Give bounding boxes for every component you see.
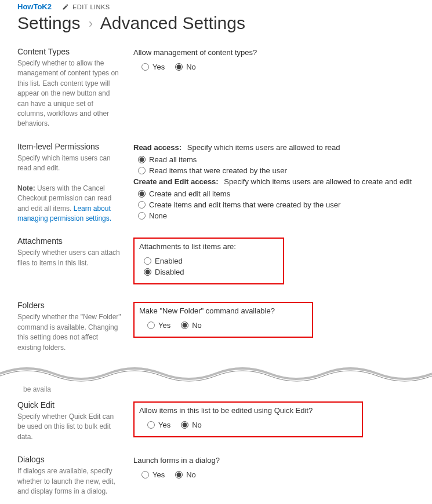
section-quick-edit: Quick Edit Specify whether Quick Edit ca… [17, 397, 415, 451]
section-attachments: Attachments Specify whether users can at… [17, 233, 415, 297]
edit-own-radio[interactable] [138, 201, 146, 209]
section-desc: Specify which items users can read and e… [17, 154, 122, 224]
section-desc: Specify whether to allow the management … [17, 59, 122, 129]
option-label: Yes [153, 470, 165, 479]
dialogs-yes-radio[interactable] [141, 471, 149, 479]
section-title: Dialogs [17, 455, 122, 464]
option-label: None [149, 211, 167, 220]
edit-none-radio[interactable] [138, 212, 146, 220]
content-types-no-option[interactable]: No [175, 63, 196, 71]
option-label: Enabled [155, 257, 183, 265]
attachments-question: Attachments to list items are: [139, 242, 278, 251]
option-label: No [186, 63, 196, 71]
read-own-option[interactable]: Read items that were created by the user [138, 166, 415, 175]
site-name-link[interactable]: HowToK2 [17, 2, 52, 11]
quick-edit-question: Allow items in this list to be edited us… [139, 406, 357, 415]
section-folders: Folders Specify whether the "New Folder"… [17, 297, 415, 362]
quick-edit-no-radio[interactable] [181, 421, 188, 429]
top-navigation: HowToK2 EDIT LINKS [0, 0, 432, 12]
section-content-types: Content Types Specify whether to allow t… [17, 43, 415, 138]
section-title: Item-level Permissions [17, 142, 122, 151]
folders-yes-option[interactable]: Yes [147, 321, 170, 330]
section-title: Attachments [17, 236, 122, 246]
dialogs-no-radio[interactable] [175, 471, 183, 479]
attachments-enabled-radio[interactable] [144, 257, 151, 265]
edit-access-header: Create and Edit access: [133, 177, 219, 186]
option-label: Yes [158, 421, 170, 429]
section-desc: Specify whether Quick Edit can be used o… [17, 412, 122, 442]
edit-links-label: EDIT LINKS [72, 3, 110, 10]
attachments-disabled-option[interactable]: Disabled [144, 268, 278, 276]
folders-question: Make "New Folder" command available? [139, 306, 307, 315]
section-item-permissions: Item-level Permissions Specify which ite… [17, 138, 415, 233]
truncated-content-stub: be availa [0, 385, 432, 397]
content-types-yes-option[interactable]: Yes [141, 63, 165, 71]
note-label: Note: [17, 184, 35, 192]
edit-all-option[interactable]: Create and edit all items [138, 189, 342, 198]
option-label: No [192, 421, 202, 429]
edit-none-option[interactable]: None [138, 211, 342, 220]
breadcrumb-separator-icon: › [89, 16, 93, 31]
read-all-option[interactable]: Read all items [138, 155, 415, 164]
quick-edit-yes-option[interactable]: Yes [147, 421, 170, 429]
section-dialogs: Dialogs If dialogs are available, specif… [17, 451, 415, 499]
edit-own-option[interactable]: Create items and edit items that were cr… [138, 200, 342, 209]
option-label: Read all items [149, 155, 197, 164]
content-types-question: Allow management of content types? [133, 48, 415, 57]
folders-no-radio[interactable] [181, 322, 188, 329]
option-label: Disabled [155, 268, 184, 276]
content-cutoff-divider [0, 362, 432, 385]
desc-text: Specify which items users can read and e… [17, 154, 111, 172]
breadcrumb-current: Advanced Settings [100, 13, 245, 32]
option-label: No [186, 470, 196, 479]
edit-links-button[interactable]: EDIT LINKS [62, 3, 110, 10]
section-desc: Specify whether the "New Folder" command… [17, 312, 122, 353]
option-label: Create items and edit items that were cr… [149, 200, 340, 209]
quick-edit-no-option[interactable]: No [181, 421, 202, 429]
read-all-radio[interactable] [138, 156, 146, 163]
option-label: Yes [153, 63, 165, 71]
section-title: Folders [17, 301, 122, 310]
option-label: Create and edit all items [149, 189, 230, 198]
read-own-radio[interactable] [138, 167, 146, 174]
page-title-breadcrumb: Settings › Advanced Settings [0, 12, 432, 43]
truncated-left-text: be availa [23, 385, 133, 393]
attachments-disabled-radio[interactable] [144, 268, 151, 276]
section-desc: If dialogs are available, specify whethe… [17, 466, 122, 496]
section-title: Content Types [17, 47, 122, 56]
option-label: No [192, 321, 202, 330]
edit-all-radio[interactable] [138, 190, 146, 198]
option-label: Yes [158, 321, 170, 330]
pencil-icon [62, 3, 69, 10]
folders-highlight-box: Make "New Folder" command available? Yes… [133, 302, 313, 338]
dialogs-no-option[interactable]: No [175, 470, 196, 479]
attachments-enabled-option[interactable]: Enabled [144, 257, 278, 265]
content-types-yes-radio[interactable] [141, 63, 149, 71]
folders-no-option[interactable]: No [181, 321, 202, 330]
folders-yes-radio[interactable] [147, 322, 155, 329]
dialogs-question: Launch forms in a dialog? [133, 456, 415, 465]
attachments-highlight-box: Attachments to list items are: Enabled D… [133, 238, 284, 284]
dialogs-yes-option[interactable]: Yes [141, 470, 165, 479]
read-access-text: Specify which items users are allowed to… [187, 143, 340, 152]
edit-access-text: Specify which items users are allowed to… [224, 177, 412, 186]
section-title: Quick Edit [17, 400, 122, 410]
quick-edit-highlight-box: Allow items in this list to be edited us… [133, 401, 363, 437]
section-desc: Specify whether users can attach files t… [17, 248, 122, 268]
option-label: Read items that were created by the user [149, 166, 287, 175]
content-types-no-radio[interactable] [175, 63, 183, 71]
quick-edit-yes-radio[interactable] [147, 421, 155, 429]
read-access-header: Read access: [133, 143, 181, 152]
breadcrumb-parent[interactable]: Settings [17, 13, 80, 32]
